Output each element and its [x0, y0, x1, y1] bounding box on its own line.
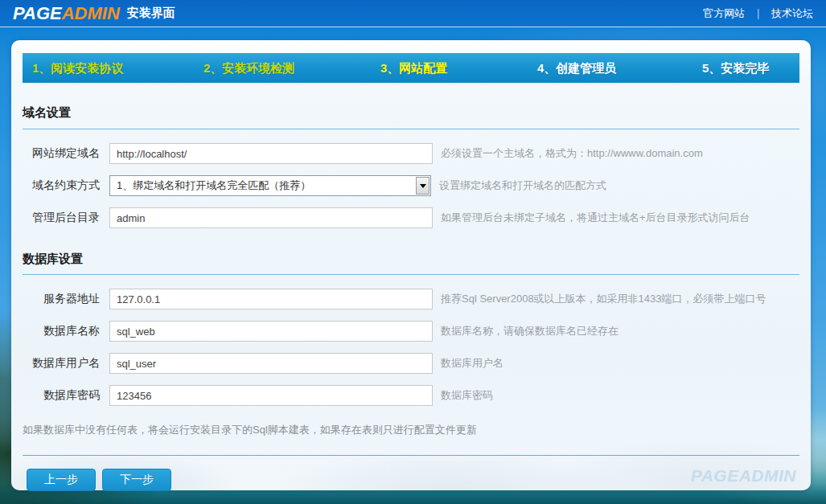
- link-separator: ｜: [753, 6, 763, 21]
- domain-settings-rows: 网站绑定域名 必须设置一个主域名，格式为：http://wwww.domain.…: [23, 137, 799, 234]
- database-settings-rows: 服务器地址 推荐Sql Server2008或以上版本，如采用非1433端口，必…: [23, 283, 799, 412]
- form-row-db-password: 数据库密码 数据库密码: [23, 379, 799, 412]
- db-name-input[interactable]: [109, 321, 433, 342]
- footer-divider: [23, 455, 799, 456]
- admin-dir-input[interactable]: [109, 207, 433, 228]
- server-address-input[interactable]: [109, 289, 433, 309]
- main-panel: 1、阅读安装协议 2、安装环境检测 3、网站配置 4、创建管理员 5、安装完毕 …: [11, 40, 811, 490]
- form-row-bind-domain: 网站绑定域名 必须设置一个主域名，格式为：http://wwww.domain.…: [23, 137, 799, 170]
- form-row-admin-dir: 管理后台目录 如果管理后台未绑定子域名，将通过主域名+后台目录形式访问后台: [23, 202, 799, 234]
- domain-match-select[interactable]: 1、绑定域名和打开域名完全匹配（推荐）: [109, 175, 431, 196]
- admin-dir-label: 管理后台目录: [23, 211, 100, 225]
- database-note: 如果数据库中没有任何表，将会运行安装目录下的Sql脚本建表，如果存在表则只进行配…: [23, 423, 799, 437]
- step-create-admin: 4、创建管理员: [537, 60, 616, 76]
- server-address-label: 服务器地址: [23, 292, 100, 306]
- step-install-done: 5、安装完毕: [702, 60, 769, 76]
- logo-admin-text: ADMIN: [62, 3, 120, 23]
- tech-forum-link[interactable]: 技术论坛: [771, 6, 813, 21]
- db-name-label: 数据库名称: [23, 324, 100, 338]
- step-env-check: 2、安装环境检测: [203, 60, 294, 76]
- top-links: 官方网站 ｜ 技术论坛: [703, 6, 813, 21]
- db-name-hint: 数据库名称，请确保数据库名已经存在: [441, 324, 618, 338]
- db-user-hint: 数据库用户名: [441, 356, 503, 371]
- database-settings-title: 数据库设置: [23, 234, 799, 275]
- pageadmin-watermark: PAGEADMIN: [691, 466, 796, 486]
- db-user-input[interactable]: [109, 353, 433, 374]
- db-user-label: 数据库用户名: [23, 356, 100, 371]
- dropdown-arrow-button[interactable]: [416, 177, 429, 195]
- prev-step-button[interactable]: 上一步: [27, 469, 96, 491]
- form-row-server-address: 服务器地址 推荐Sql Server2008或以上版本，如采用非1433端口，必…: [23, 283, 799, 315]
- wizard-steps-bar: 1、阅读安装协议 2、安装环境检测 3、网站配置 4、创建管理员 5、安装完毕: [23, 53, 799, 83]
- top-bar: PAGEADMIN 安装界面 官方网站 ｜ 技术论坛: [0, 0, 826, 27]
- db-password-input[interactable]: [109, 385, 433, 406]
- domain-match-hint: 设置绑定域名和打开域名的匹配方式: [439, 178, 606, 193]
- logo-page-text: PAGE: [13, 3, 62, 23]
- admin-dir-hint: 如果管理后台未绑定子域名，将通过主域名+后台目录形式访问后台: [441, 211, 750, 225]
- bind-domain-label: 网站绑定域名: [23, 146, 100, 161]
- db-password-hint: 数据库密码: [441, 388, 493, 403]
- server-address-hint: 推荐Sql Server2008或以上版本，如采用非1433端口，必须带上端口号: [441, 292, 766, 306]
- step-site-config: 3、网站配置: [380, 60, 447, 76]
- pageadmin-logo: PAGEADMIN: [13, 5, 120, 23]
- domain-match-label: 域名约束方式: [23, 178, 100, 193]
- wizard-buttons: 上一步 下一步: [23, 469, 799, 491]
- form-row-db-name: 数据库名称 数据库名称，请确保数据库名已经存在: [23, 315, 799, 347]
- domain-match-selected-option: 1、绑定域名和打开域名完全匹配（推荐）: [110, 178, 416, 193]
- bind-domain-input[interactable]: [109, 143, 433, 164]
- next-step-button[interactable]: 下一步: [102, 469, 171, 491]
- form-row-db-user: 数据库用户名 数据库用户名: [23, 347, 799, 379]
- chevron-down-icon: [420, 184, 426, 188]
- domain-settings-title: 域名设置: [23, 83, 799, 129]
- bind-domain-hint: 必须设置一个主域名，格式为：http://wwww.domain.com: [441, 146, 703, 161]
- official-site-link[interactable]: 官方网站: [703, 6, 745, 21]
- db-password-label: 数据库密码: [23, 388, 100, 403]
- form-row-domain-match: 域名约束方式 1、绑定域名和打开域名完全匹配（推荐） 设置绑定域名和打开域名的匹…: [23, 170, 799, 202]
- page-title: 安装界面: [127, 6, 175, 21]
- step-read-license: 1、阅读安装协议: [32, 60, 123, 76]
